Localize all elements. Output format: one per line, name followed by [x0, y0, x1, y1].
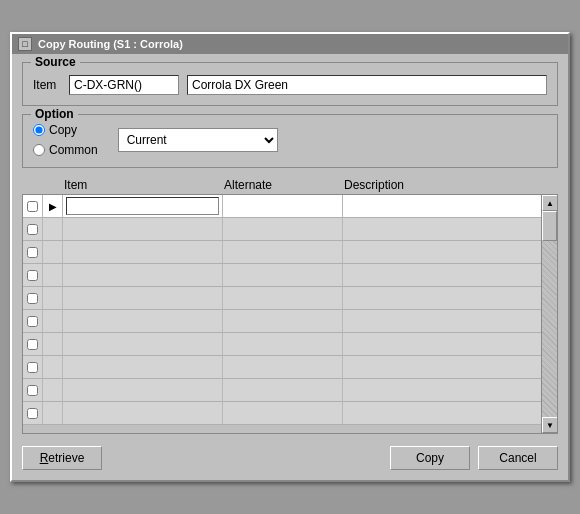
row-8-description: [343, 356, 541, 378]
row-2-indicator: [43, 218, 63, 240]
window-icon: □: [18, 37, 32, 51]
copy-radio-text: Copy: [49, 123, 77, 137]
row-4-alternate: [223, 264, 343, 286]
retrieve-button[interactable]: Retrieve: [22, 446, 102, 470]
row-2-description: [343, 218, 541, 240]
row-2-checkbox-cell: [23, 218, 43, 240]
row-1-item-input[interactable]: [66, 197, 219, 215]
row-9-checkbox-cell: [23, 379, 43, 401]
table-row: ▶: [23, 195, 541, 218]
table-row: [23, 287, 541, 310]
row-5-item: [63, 287, 223, 309]
option-group-label: Option: [31, 107, 78, 121]
row-5-checkbox[interactable]: [27, 293, 38, 304]
scroll-down-button[interactable]: ▼: [542, 417, 558, 433]
row-10-alternate: [223, 402, 343, 424]
row-7-checkbox[interactable]: [27, 339, 38, 350]
row-6-alternate: [223, 310, 343, 332]
row-1-indicator: ▶: [43, 195, 63, 217]
row-4-item: [63, 264, 223, 286]
row-3-description: [343, 241, 541, 263]
scrollbar[interactable]: ▲ ▼: [541, 195, 557, 433]
current-dropdown[interactable]: Current Previous Next: [118, 128, 278, 152]
item-label: Item: [33, 78, 61, 92]
row-7-description: [343, 333, 541, 355]
row-8-checkbox-cell: [23, 356, 43, 378]
source-group-label: Source: [31, 55, 80, 69]
row-2-alternate: [223, 218, 343, 240]
option-group: Option Copy Common Current Previous Next: [22, 114, 558, 168]
table-row: [23, 241, 541, 264]
row-3-alternate: [223, 241, 343, 263]
table-row: [23, 218, 541, 241]
row-7-indicator: [43, 333, 63, 355]
right-buttons: Copy Cancel: [390, 446, 558, 470]
copy-radio-label[interactable]: Copy: [33, 123, 98, 137]
row-5-description: [343, 287, 541, 309]
window-title: Copy Routing (S1 : Corrola): [38, 38, 183, 50]
button-row: Retrieve Copy Cancel: [22, 442, 558, 470]
source-group: Source Item: [22, 62, 558, 106]
table-row: [23, 379, 541, 402]
table-row: [23, 402, 541, 425]
row-3-checkbox-cell: [23, 241, 43, 263]
option-content: Copy Common Current Previous Next: [33, 123, 547, 157]
row-10-description: [343, 402, 541, 424]
row-9-alternate: [223, 379, 343, 401]
row-4-checkbox[interactable]: [27, 270, 38, 281]
row-9-checkbox[interactable]: [27, 385, 38, 396]
row-1-checkbox[interactable]: [27, 201, 38, 212]
row-9-description: [343, 379, 541, 401]
copy-radio[interactable]: [33, 124, 45, 136]
source-item-input[interactable]: [69, 75, 179, 95]
scroll-track[interactable]: [542, 211, 557, 417]
row-5-alternate: [223, 287, 343, 309]
row-2-checkbox[interactable]: [27, 224, 38, 235]
row-1-description: [343, 195, 541, 217]
source-row: Item: [33, 75, 547, 95]
table-row: [23, 356, 541, 379]
row-10-checkbox[interactable]: [27, 408, 38, 419]
row-9-indicator: [43, 379, 63, 401]
row-1-checkbox-cell: [23, 195, 43, 217]
row-7-item: [63, 333, 223, 355]
row-7-checkbox-cell: [23, 333, 43, 355]
common-radio-label[interactable]: Common: [33, 143, 98, 157]
row-10-indicator: [43, 402, 63, 424]
common-radio-text: Common: [49, 143, 98, 157]
row-6-checkbox[interactable]: [27, 316, 38, 327]
table-row: [23, 264, 541, 287]
row-10-item: [63, 402, 223, 424]
copy-button[interactable]: Copy: [390, 446, 470, 470]
row-7-alternate: [223, 333, 343, 355]
row-8-item: [63, 356, 223, 378]
source-description-input[interactable]: [187, 75, 547, 95]
row-6-indicator: [43, 310, 63, 332]
row-5-checkbox-cell: [23, 287, 43, 309]
row-6-item: [63, 310, 223, 332]
common-radio[interactable]: [33, 144, 45, 156]
row-6-description: [343, 310, 541, 332]
col-item-header: Item: [62, 178, 222, 192]
table-header: Item Alternate Description: [22, 176, 558, 194]
row-8-indicator: [43, 356, 63, 378]
row-6-checkbox-cell: [23, 310, 43, 332]
table-row: [23, 333, 541, 356]
cancel-button[interactable]: Cancel: [478, 446, 558, 470]
radio-group: Copy Common: [33, 123, 98, 157]
scroll-thumb[interactable]: [542, 211, 557, 241]
row-1-item[interactable]: [63, 195, 223, 217]
row-3-checkbox[interactable]: [27, 247, 38, 258]
col-alternate-header: Alternate: [222, 178, 342, 192]
table-section: Item Alternate Description ▶: [22, 176, 558, 434]
table-rows-area: ▶: [23, 195, 541, 433]
title-bar: □ Copy Routing (S1 : Corrola): [12, 34, 568, 54]
row-9-item: [63, 379, 223, 401]
row-8-alternate: [223, 356, 343, 378]
window-body: Source Item Option Copy Common: [12, 54, 568, 480]
row-5-indicator: [43, 287, 63, 309]
scroll-up-button[interactable]: ▲: [542, 195, 558, 211]
row-8-checkbox[interactable]: [27, 362, 38, 373]
main-window: □ Copy Routing (S1 : Corrola) Source Ite…: [10, 32, 570, 482]
row-10-checkbox-cell: [23, 402, 43, 424]
